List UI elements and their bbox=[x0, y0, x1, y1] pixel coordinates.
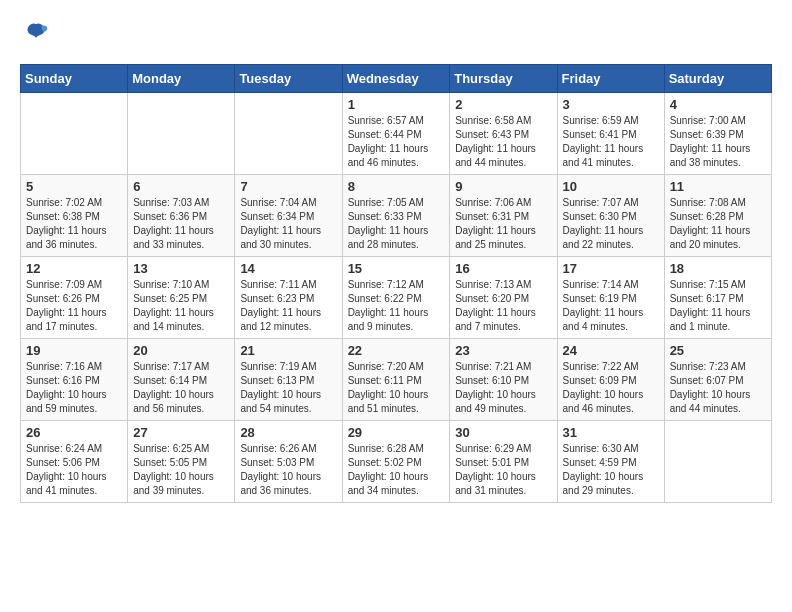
calendar-cell: 26Sunrise: 6:24 AM Sunset: 5:06 PM Dayli… bbox=[21, 421, 128, 503]
calendar-cell: 3Sunrise: 6:59 AM Sunset: 6:41 PM Daylig… bbox=[557, 93, 664, 175]
day-number: 10 bbox=[563, 179, 659, 194]
calendar-cell: 21Sunrise: 7:19 AM Sunset: 6:13 PM Dayli… bbox=[235, 339, 342, 421]
day-info: Sunrise: 6:28 AM Sunset: 5:02 PM Dayligh… bbox=[348, 442, 445, 498]
calendar-cell: 2Sunrise: 6:58 AM Sunset: 6:43 PM Daylig… bbox=[450, 93, 557, 175]
day-number: 27 bbox=[133, 425, 229, 440]
weekday-header-thursday: Thursday bbox=[450, 65, 557, 93]
day-info: Sunrise: 7:20 AM Sunset: 6:11 PM Dayligh… bbox=[348, 360, 445, 416]
calendar-cell: 23Sunrise: 7:21 AM Sunset: 6:10 PM Dayli… bbox=[450, 339, 557, 421]
day-number: 20 bbox=[133, 343, 229, 358]
day-number: 26 bbox=[26, 425, 122, 440]
day-number: 19 bbox=[26, 343, 122, 358]
calendar-cell: 5Sunrise: 7:02 AM Sunset: 6:38 PM Daylig… bbox=[21, 175, 128, 257]
logo-bird-icon bbox=[22, 20, 50, 48]
calendar-cell bbox=[21, 93, 128, 175]
calendar-cell: 10Sunrise: 7:07 AM Sunset: 6:30 PM Dayli… bbox=[557, 175, 664, 257]
day-number: 25 bbox=[670, 343, 766, 358]
calendar-week-row: 1Sunrise: 6:57 AM Sunset: 6:44 PM Daylig… bbox=[21, 93, 772, 175]
calendar-cell: 8Sunrise: 7:05 AM Sunset: 6:33 PM Daylig… bbox=[342, 175, 450, 257]
weekday-header-monday: Monday bbox=[128, 65, 235, 93]
calendar-cell: 20Sunrise: 7:17 AM Sunset: 6:14 PM Dayli… bbox=[128, 339, 235, 421]
day-number: 8 bbox=[348, 179, 445, 194]
day-info: Sunrise: 7:08 AM Sunset: 6:28 PM Dayligh… bbox=[670, 196, 766, 252]
day-info: Sunrise: 6:26 AM Sunset: 5:03 PM Dayligh… bbox=[240, 442, 336, 498]
weekday-header-sunday: Sunday bbox=[21, 65, 128, 93]
day-info: Sunrise: 7:16 AM Sunset: 6:16 PM Dayligh… bbox=[26, 360, 122, 416]
day-info: Sunrise: 7:21 AM Sunset: 6:10 PM Dayligh… bbox=[455, 360, 551, 416]
calendar-cell: 1Sunrise: 6:57 AM Sunset: 6:44 PM Daylig… bbox=[342, 93, 450, 175]
day-number: 9 bbox=[455, 179, 551, 194]
day-info: Sunrise: 7:23 AM Sunset: 6:07 PM Dayligh… bbox=[670, 360, 766, 416]
day-number: 21 bbox=[240, 343, 336, 358]
calendar-cell: 16Sunrise: 7:13 AM Sunset: 6:20 PM Dayli… bbox=[450, 257, 557, 339]
day-number: 4 bbox=[670, 97, 766, 112]
day-number: 13 bbox=[133, 261, 229, 276]
day-info: Sunrise: 6:58 AM Sunset: 6:43 PM Dayligh… bbox=[455, 114, 551, 170]
calendar-cell bbox=[664, 421, 771, 503]
day-number: 31 bbox=[563, 425, 659, 440]
calendar-cell: 14Sunrise: 7:11 AM Sunset: 6:23 PM Dayli… bbox=[235, 257, 342, 339]
day-number: 11 bbox=[670, 179, 766, 194]
day-number: 1 bbox=[348, 97, 445, 112]
calendar-cell: 18Sunrise: 7:15 AM Sunset: 6:17 PM Dayli… bbox=[664, 257, 771, 339]
day-info: Sunrise: 7:17 AM Sunset: 6:14 PM Dayligh… bbox=[133, 360, 229, 416]
calendar-cell: 22Sunrise: 7:20 AM Sunset: 6:11 PM Dayli… bbox=[342, 339, 450, 421]
day-info: Sunrise: 6:24 AM Sunset: 5:06 PM Dayligh… bbox=[26, 442, 122, 498]
calendar-cell: 19Sunrise: 7:16 AM Sunset: 6:16 PM Dayli… bbox=[21, 339, 128, 421]
day-info: Sunrise: 7:07 AM Sunset: 6:30 PM Dayligh… bbox=[563, 196, 659, 252]
day-info: Sunrise: 7:10 AM Sunset: 6:25 PM Dayligh… bbox=[133, 278, 229, 334]
day-number: 23 bbox=[455, 343, 551, 358]
calendar-cell: 24Sunrise: 7:22 AM Sunset: 6:09 PM Dayli… bbox=[557, 339, 664, 421]
day-info: Sunrise: 7:00 AM Sunset: 6:39 PM Dayligh… bbox=[670, 114, 766, 170]
day-info: Sunrise: 6:59 AM Sunset: 6:41 PM Dayligh… bbox=[563, 114, 659, 170]
day-info: Sunrise: 7:04 AM Sunset: 6:34 PM Dayligh… bbox=[240, 196, 336, 252]
calendar-cell: 12Sunrise: 7:09 AM Sunset: 6:26 PM Dayli… bbox=[21, 257, 128, 339]
logo bbox=[20, 20, 50, 48]
day-number: 30 bbox=[455, 425, 551, 440]
day-number: 7 bbox=[240, 179, 336, 194]
calendar-cell: 29Sunrise: 6:28 AM Sunset: 5:02 PM Dayli… bbox=[342, 421, 450, 503]
calendar-cell: 30Sunrise: 6:29 AM Sunset: 5:01 PM Dayli… bbox=[450, 421, 557, 503]
day-number: 12 bbox=[26, 261, 122, 276]
day-info: Sunrise: 6:30 AM Sunset: 4:59 PM Dayligh… bbox=[563, 442, 659, 498]
day-info: Sunrise: 7:03 AM Sunset: 6:36 PM Dayligh… bbox=[133, 196, 229, 252]
day-info: Sunrise: 7:06 AM Sunset: 6:31 PM Dayligh… bbox=[455, 196, 551, 252]
day-number: 2 bbox=[455, 97, 551, 112]
day-info: Sunrise: 7:15 AM Sunset: 6:17 PM Dayligh… bbox=[670, 278, 766, 334]
weekday-header-friday: Friday bbox=[557, 65, 664, 93]
calendar-week-row: 5Sunrise: 7:02 AM Sunset: 6:38 PM Daylig… bbox=[21, 175, 772, 257]
calendar-cell: 6Sunrise: 7:03 AM Sunset: 6:36 PM Daylig… bbox=[128, 175, 235, 257]
day-info: Sunrise: 6:57 AM Sunset: 6:44 PM Dayligh… bbox=[348, 114, 445, 170]
calendar-cell: 27Sunrise: 6:25 AM Sunset: 5:05 PM Dayli… bbox=[128, 421, 235, 503]
day-number: 17 bbox=[563, 261, 659, 276]
weekday-header-saturday: Saturday bbox=[664, 65, 771, 93]
day-number: 6 bbox=[133, 179, 229, 194]
calendar-cell: 13Sunrise: 7:10 AM Sunset: 6:25 PM Dayli… bbox=[128, 257, 235, 339]
calendar-cell: 28Sunrise: 6:26 AM Sunset: 5:03 PM Dayli… bbox=[235, 421, 342, 503]
calendar-cell bbox=[235, 93, 342, 175]
day-number: 18 bbox=[670, 261, 766, 276]
weekday-header-tuesday: Tuesday bbox=[235, 65, 342, 93]
calendar-week-row: 19Sunrise: 7:16 AM Sunset: 6:16 PM Dayli… bbox=[21, 339, 772, 421]
calendar-cell: 17Sunrise: 7:14 AM Sunset: 6:19 PM Dayli… bbox=[557, 257, 664, 339]
calendar-cell: 11Sunrise: 7:08 AM Sunset: 6:28 PM Dayli… bbox=[664, 175, 771, 257]
day-info: Sunrise: 6:29 AM Sunset: 5:01 PM Dayligh… bbox=[455, 442, 551, 498]
day-number: 5 bbox=[26, 179, 122, 194]
day-info: Sunrise: 6:25 AM Sunset: 5:05 PM Dayligh… bbox=[133, 442, 229, 498]
calendar-cell: 31Sunrise: 6:30 AM Sunset: 4:59 PM Dayli… bbox=[557, 421, 664, 503]
calendar-week-row: 26Sunrise: 6:24 AM Sunset: 5:06 PM Dayli… bbox=[21, 421, 772, 503]
calendar-table: SundayMondayTuesdayWednesdayThursdayFrid… bbox=[20, 64, 772, 503]
day-number: 14 bbox=[240, 261, 336, 276]
day-info: Sunrise: 7:13 AM Sunset: 6:20 PM Dayligh… bbox=[455, 278, 551, 334]
day-info: Sunrise: 7:11 AM Sunset: 6:23 PM Dayligh… bbox=[240, 278, 336, 334]
day-number: 29 bbox=[348, 425, 445, 440]
day-number: 3 bbox=[563, 97, 659, 112]
day-number: 15 bbox=[348, 261, 445, 276]
day-info: Sunrise: 7:09 AM Sunset: 6:26 PM Dayligh… bbox=[26, 278, 122, 334]
day-number: 16 bbox=[455, 261, 551, 276]
calendar-cell: 4Sunrise: 7:00 AM Sunset: 6:39 PM Daylig… bbox=[664, 93, 771, 175]
day-info: Sunrise: 7:19 AM Sunset: 6:13 PM Dayligh… bbox=[240, 360, 336, 416]
calendar-cell bbox=[128, 93, 235, 175]
day-info: Sunrise: 7:12 AM Sunset: 6:22 PM Dayligh… bbox=[348, 278, 445, 334]
calendar-cell: 7Sunrise: 7:04 AM Sunset: 6:34 PM Daylig… bbox=[235, 175, 342, 257]
